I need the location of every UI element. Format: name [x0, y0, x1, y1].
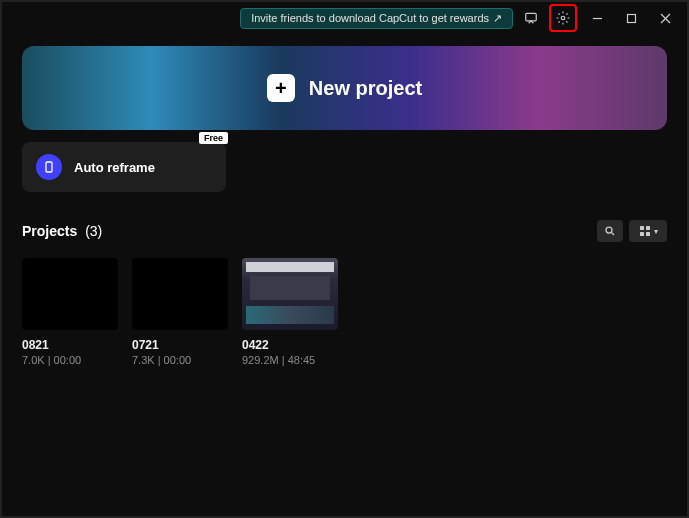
- invite-friends-button[interactable]: Invite friends to download CapCut to get…: [240, 8, 513, 29]
- reframe-icon: [36, 154, 62, 180]
- main-content: + New project Free Auto reframe Projects…: [2, 34, 687, 378]
- project-name: 0821: [22, 338, 118, 352]
- project-meta: 929.2M | 48:45: [242, 354, 338, 366]
- projects-header: Projects (3) ▾: [22, 220, 667, 242]
- search-button[interactable]: [597, 220, 623, 242]
- project-card[interactable]: 0422 929.2M | 48:45: [242, 258, 338, 366]
- projects-title: Projects (3): [22, 223, 102, 239]
- chevron-down-icon: ▾: [654, 227, 658, 236]
- auto-reframe-button[interactable]: Free Auto reframe: [22, 142, 226, 192]
- titlebar: Invite friends to download CapCut to get…: [2, 2, 687, 34]
- project-thumbnail: [132, 258, 228, 330]
- svg-rect-11: [640, 232, 644, 236]
- close-button[interactable]: [651, 6, 679, 30]
- project-meta: 7.0K | 00:00: [22, 354, 118, 366]
- view-sort-button[interactable]: ▾: [629, 220, 667, 242]
- svg-rect-3: [627, 14, 635, 22]
- project-meta: 7.3K | 00:00: [132, 354, 228, 366]
- svg-rect-6: [46, 162, 52, 172]
- project-card[interactable]: 0821 7.0K | 00:00: [22, 258, 118, 366]
- projects-grid: 0821 7.0K | 00:00 0721 7.3K | 00:00 0422…: [22, 258, 667, 366]
- settings-icon[interactable]: [553, 8, 573, 28]
- svg-rect-9: [640, 226, 644, 230]
- project-name: 0721: [132, 338, 228, 352]
- project-thumbnail: [22, 258, 118, 330]
- svg-rect-0: [526, 13, 537, 21]
- svg-point-7: [606, 227, 612, 233]
- project-thumbnail: [242, 258, 338, 330]
- svg-rect-10: [646, 226, 650, 230]
- new-project-button[interactable]: + New project: [22, 46, 667, 130]
- svg-point-1: [561, 16, 565, 20]
- projects-controls: ▾: [597, 220, 667, 242]
- maximize-button[interactable]: [617, 6, 645, 30]
- project-name: 0422: [242, 338, 338, 352]
- new-project-label: New project: [309, 77, 422, 100]
- auto-reframe-label: Auto reframe: [74, 160, 155, 175]
- settings-highlight: [549, 4, 577, 32]
- feedback-icon[interactable]: [519, 6, 543, 30]
- svg-line-8: [612, 233, 615, 236]
- minimize-button[interactable]: [583, 6, 611, 30]
- external-link-icon: ↗: [493, 12, 502, 25]
- project-card[interactable]: 0721 7.3K | 00:00: [132, 258, 228, 366]
- free-badge: Free: [199, 132, 228, 144]
- svg-rect-12: [646, 232, 650, 236]
- plus-icon: +: [267, 74, 295, 102]
- invite-label: Invite friends to download CapCut to get…: [251, 12, 489, 24]
